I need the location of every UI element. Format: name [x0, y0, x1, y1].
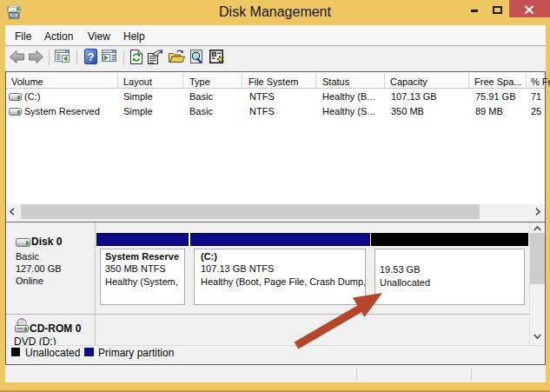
svg-text:?: ?	[88, 50, 95, 63]
